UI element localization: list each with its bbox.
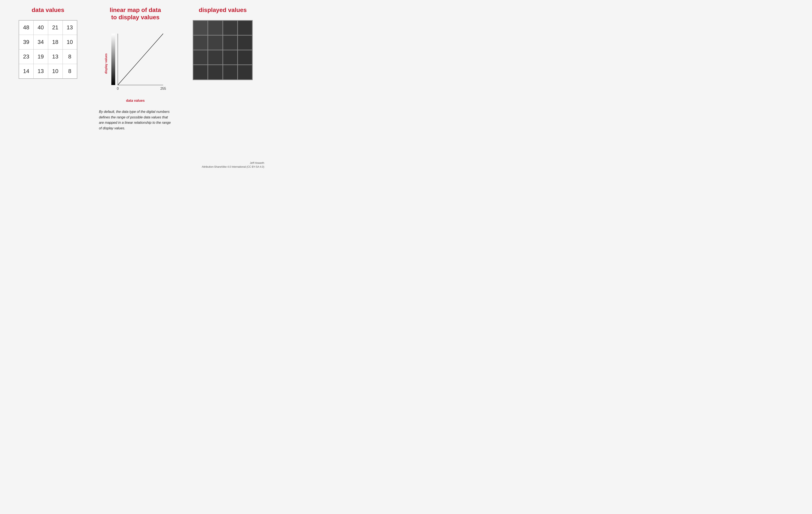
matrix-cell: 18	[48, 35, 62, 50]
x-axis-label: data values	[103, 99, 168, 103]
matrix-cell: 8	[62, 50, 77, 64]
display-cell	[193, 21, 207, 35]
display-cell	[238, 65, 252, 79]
gradient-bar	[111, 34, 115, 85]
display-cell	[208, 65, 222, 79]
display-cell	[193, 65, 207, 79]
matrix-cell: 40	[33, 20, 48, 35]
main-content: data values 4840211339341810231913814131…	[0, 0, 271, 159]
matrix-cell: 13	[33, 64, 48, 79]
y-axis-label: display values	[104, 53, 108, 74]
display-cell	[193, 50, 207, 64]
data-matrix: 484021133934181023191381413108	[19, 20, 77, 79]
matrix-cell: 14	[19, 64, 33, 79]
footer: Jeff Howarth Attribution-ShareAlike 4.0 …	[0, 159, 271, 171]
display-cell	[193, 35, 207, 50]
matrix-cell: 39	[19, 35, 33, 50]
x-max-label: 255	[161, 87, 166, 90]
display-cell	[223, 21, 237, 35]
display-cell	[208, 35, 222, 50]
left-column: data values 4840211339341810231913814131…	[16, 6, 80, 79]
display-cell	[238, 35, 252, 50]
right-title: displayed values	[199, 6, 247, 14]
license-text: Attribution-ShareAlike 4.0 International…	[0, 165, 264, 169]
matrix-cell: 21	[48, 20, 62, 35]
display-cell	[223, 65, 237, 79]
display-cell	[208, 21, 222, 35]
matrix-cell: 8	[62, 64, 77, 79]
display-cell	[223, 50, 237, 64]
author-name: Jeff Howarth	[0, 161, 264, 165]
display-cell	[238, 50, 252, 64]
matrix-cell: 13	[62, 20, 77, 35]
matrix-cell: 13	[48, 50, 62, 64]
chart-container: display values 0 255 data values	[103, 29, 168, 103]
display-cell	[238, 21, 252, 35]
matrix-cell: 10	[62, 35, 77, 50]
display-cell	[208, 50, 222, 64]
x-min-label: 0	[117, 87, 119, 90]
middle-title: linear map of data to display values	[110, 6, 161, 21]
right-column: displayed values	[191, 6, 255, 80]
description-text: By default, the data type of the digital…	[99, 109, 172, 131]
matrix-cell: 48	[19, 20, 33, 35]
matrix-cell: 23	[19, 50, 33, 64]
display-cell	[223, 35, 237, 50]
display-grid	[193, 20, 253, 80]
matrix-cell: 34	[33, 35, 48, 50]
left-title: data values	[32, 6, 64, 14]
linear-map-chart: display values 0 255	[103, 29, 168, 98]
matrix-cell: 19	[33, 50, 48, 64]
middle-column: linear map of data to display values dis…	[95, 6, 176, 131]
matrix-cell: 10	[48, 64, 62, 79]
linear-map-line	[118, 34, 163, 85]
